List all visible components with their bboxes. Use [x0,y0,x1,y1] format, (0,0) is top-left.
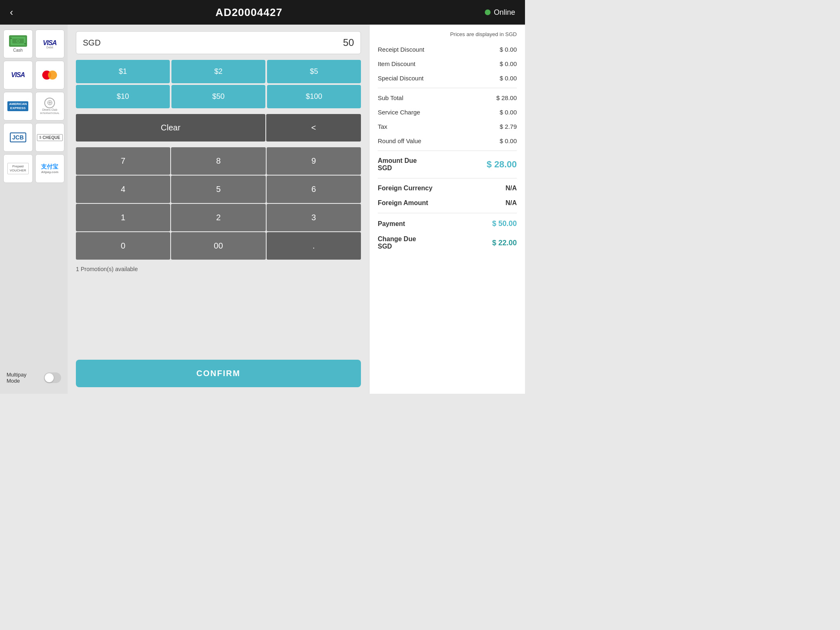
promotions-text: 1 Promotion(s) available [76,265,361,273]
toggle-thumb [45,373,54,382]
numpad-9[interactable]: 9 [267,147,361,175]
alipay-icon: 支付宝 Alipay.com [41,163,58,175]
numpad-7[interactable]: 7 [76,147,170,175]
payment-btn-visa-debit[interactable]: VISA Debit [35,30,65,58]
payment-btn-visa[interactable]: VISA [3,61,33,89]
cash-icon [9,35,27,47]
subtotal-value: $ 28.00 [496,94,517,101]
payment-btn-cheque[interactable]: $ CHEQUE [35,123,65,152]
foreign-currency-label: Foreign Currency [378,185,432,192]
quick-amount-buttons: $1 $2 $5 $10 $50 $100 [76,60,361,108]
round-off-label: Round off Value [378,137,421,144]
numpad-2[interactable]: 2 [171,204,265,231]
payment-btn-jcb[interactable]: JCB [3,123,33,152]
receipt-discount-value: $ 0.00 [500,46,517,53]
item-discount-value: $ 0.00 [500,60,517,67]
numpad-8[interactable]: 8 [171,147,265,175]
order-id: AD20004427 [215,6,282,19]
visa-icon: VISA [11,71,25,79]
numpad-0[interactable]: 0 [76,232,170,260]
quick-btn-2[interactable]: $2 [171,60,265,83]
subtotal-label: Sub Total [378,94,403,101]
payment-row-1: Cash VISA Debit [3,30,64,58]
payment-row-5: PrepaidVOUCHER 支付宝 Alipay.com [3,154,64,183]
svg-rect-5 [10,38,12,39]
foreign-amount-label: Foreign Amount [378,199,428,207]
receipt-currency-header: Prices are displayed in SGD [378,31,517,42]
cash-label: Cash [13,48,23,52]
amount-display: SGD 50 [76,31,361,54]
tax-line: Tax $ 2.79 [378,119,517,134]
divider-2 [378,151,517,151]
payment-btn-amex[interactable]: AMERICANEXPRESS [3,92,33,121]
status-label: Online [494,8,515,17]
prepaid-icon: PrepaidVOUCHER [7,163,29,175]
foreign-amount-line: Foreign Amount N/A [378,196,517,210]
numpad-dot[interactable]: . [267,232,361,260]
foreign-amount-value: N/A [505,199,517,207]
foreign-currency-value: N/A [505,185,517,192]
change-due-line: Change Due SGD $ 22.00 [378,232,517,254]
svg-rect-6 [24,43,26,44]
numpad-3[interactable]: 3 [267,204,361,231]
numpad-6[interactable]: 6 [267,176,361,203]
mastercard-icon [42,71,57,80]
service-charge-line: Service Charge $ 0.00 [378,105,517,119]
change-due-label: Change Due SGD [378,235,416,250]
payment-row-3: AMERICANEXPRESS ⊕ Diners Club INTERNATIO… [3,92,64,121]
app-header: ‹ AD20004427 Online [0,0,525,25]
numpad-clear-row: Clear < [76,114,361,142]
sidebar-bottom: Multipay Mode [3,367,64,389]
divider-4 [378,213,517,213]
svg-point-4 [17,40,19,42]
backspace-button[interactable]: < [266,114,361,142]
receipt-panel: Prices are displayed in SGD Receipt Disc… [369,25,525,394]
divider-3 [378,178,517,178]
main-content: Cash VISA Debit VISA [0,25,525,394]
amount-due-line: Amount Due SGD $ 28.00 [378,153,517,176]
status-dot-icon [485,9,491,15]
clear-button[interactable]: Clear [76,114,265,142]
diners-icon: ⊕ Diners Club INTERNATIONAL [40,98,59,115]
quick-btn-10[interactable]: $10 [76,85,170,108]
multipay-toggle[interactable] [44,372,61,383]
item-discount-label: Item Discount [378,60,415,67]
numpad-grid: 7 8 9 4 5 6 1 2 3 0 00 . [76,147,361,260]
back-button[interactable]: ‹ [10,7,13,18]
special-discount-value: $ 0.00 [500,75,517,82]
amount-value: 50 [343,37,354,48]
amount-due-value: $ 28.00 [487,159,517,170]
payment-btn-alipay[interactable]: 支付宝 Alipay.com [35,154,65,183]
divider-1 [378,88,517,88]
service-charge-value: $ 0.00 [500,109,517,116]
payment-row-2: VISA [3,61,64,89]
payment-btn-diners[interactable]: ⊕ Diners Club INTERNATIONAL [35,92,65,121]
payment-btn-prepaid[interactable]: PrepaidVOUCHER [3,154,33,183]
quick-btn-5[interactable]: $5 [267,60,361,83]
confirm-button[interactable]: CONFIRM [76,360,361,387]
round-off-line: Round off Value $ 0.00 [378,134,517,148]
item-discount-line: Item Discount $ 0.00 [378,57,517,71]
numpad-panel: SGD 50 $1 $2 $5 $10 $50 $100 Clear < 7 8… [68,25,369,394]
payment-line: Payment $ 50.00 [378,216,517,232]
tax-value: $ 2.79 [500,123,517,130]
payment-btn-cash[interactable]: Cash [3,30,33,58]
visa-debit-icon: VISA Debit [43,39,57,49]
foreign-currency-line: Foreign Currency N/A [378,181,517,196]
numpad-4[interactable]: 4 [76,176,170,203]
amex-icon: AMERICANEXPRESS [7,101,28,112]
quick-btn-50[interactable]: $50 [171,85,265,108]
numpad-1[interactable]: 1 [76,204,170,231]
payment-row-4: JCB $ CHEQUE [3,123,64,152]
quick-btn-100[interactable]: $100 [267,85,361,108]
multipay-label: Multipay Mode [7,372,40,384]
payment-btn-mastercard[interactable] [35,61,65,89]
jcb-icon: JCB [10,132,26,142]
round-off-value: $ 0.00 [500,137,517,144]
payment-label: Payment [378,220,405,228]
currency-label: SGD [83,38,100,48]
numpad-00[interactable]: 00 [171,232,265,260]
subtotal-line: Sub Total $ 28.00 [378,91,517,105]
quick-btn-1[interactable]: $1 [76,60,170,83]
numpad-5[interactable]: 5 [171,176,265,203]
